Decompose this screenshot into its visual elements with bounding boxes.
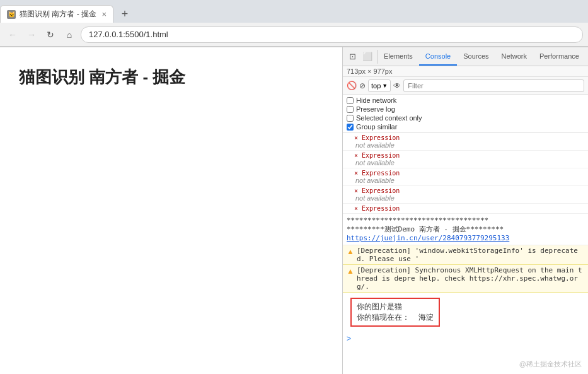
warning-text-2: [Deprecation] Synchronous XMLHttpRequest… bbox=[357, 266, 584, 291]
hide-network-label: Hide network bbox=[356, 96, 396, 104]
warning-icon-1: ▲ bbox=[347, 247, 354, 256]
console-prompt: > bbox=[343, 332, 588, 346]
expression-3: × Expression not available bbox=[343, 168, 588, 186]
page-heading: 猫图识别 南方者 - 掘金 bbox=[19, 66, 323, 88]
console-result-box: 你的图片是猫 你的猫现在在： 海淀 bbox=[350, 298, 440, 327]
hide-network-checkbox[interactable] bbox=[347, 97, 354, 104]
option-selected-context[interactable]: Selected context only bbox=[347, 114, 584, 122]
option-preserve-log[interactable]: Preserve log bbox=[347, 105, 584, 114]
back-button[interactable]: ← bbox=[5, 27, 20, 42]
expr-label-4: × Expression bbox=[354, 187, 584, 194]
juejin-link[interactable]: https://juejin.cn/user/2840793779295133 bbox=[347, 234, 509, 242]
expression-2: × Expression not available bbox=[343, 151, 588, 168]
address-input[interactable]: 127.0.0.1:5500/1.html bbox=[81, 26, 583, 43]
clear-icon[interactable]: ⊘ bbox=[359, 81, 366, 90]
eye-icon[interactable]: 👁 bbox=[393, 81, 401, 90]
watermark: @稀土掘金技术社区 bbox=[519, 359, 582, 369]
reload-button[interactable]: ↻ bbox=[43, 27, 58, 42]
main-content: 猫图识别 南方者 - 掘金 ⊡ ⬜ Elements Console Sourc… bbox=[0, 47, 588, 374]
tab-favicon: 🐱 bbox=[7, 10, 16, 19]
option-group-similar[interactable]: Group similar bbox=[347, 122, 584, 131]
tab-bar: 🐱 猫图识别 南方者 - 掘金 × + bbox=[0, 0, 588, 23]
preserve-log-checkbox[interactable] bbox=[347, 106, 354, 113]
home-button[interactable]: ⌂ bbox=[62, 27, 77, 42]
devtools-panel: ⊡ ⬜ Elements Console Sources Network Per… bbox=[342, 47, 588, 374]
tab-sources[interactable]: Sources bbox=[457, 47, 495, 66]
expr-value-3: not available bbox=[354, 177, 584, 184]
tab-close-button[interactable]: × bbox=[101, 10, 107, 18]
result-line-2: 你的猫现在在： 海淀 bbox=[357, 312, 434, 323]
warning-text-1: [Deprecation] 'window.webkitStorageInfo'… bbox=[357, 247, 584, 263]
expr-label-3: × Expression bbox=[354, 170, 584, 177]
tab-network[interactable]: Network bbox=[495, 47, 533, 66]
size-info: 713px × 977px bbox=[347, 67, 392, 75]
devtools-tab-list: Elements Console Sources Network Perform… bbox=[378, 47, 588, 66]
webpage-area: 猫图识别 南方者 - 掘金 bbox=[0, 47, 342, 374]
devtools-tab-bar: ⊡ ⬜ Elements Console Sources Network Per… bbox=[343, 47, 588, 66]
forward-button[interactable]: → bbox=[24, 27, 39, 42]
expr-label-2: × Expression bbox=[354, 152, 584, 159]
tab-console[interactable]: Console bbox=[419, 47, 457, 66]
chevron-down-icon: ▼ bbox=[382, 83, 388, 89]
preserve-log-label: Preserve log bbox=[356, 105, 395, 113]
address-bar: ← → ↻ ⌂ 127.0.0.1:5500/1.html bbox=[0, 23, 588, 47]
selected-context-checkbox[interactable] bbox=[347, 115, 354, 122]
info-line-3: https://juejin.cn/user/2840793779295133 bbox=[347, 234, 584, 242]
console-options: Hide network Preserve log Selected conte… bbox=[343, 95, 588, 133]
mobile-icon[interactable]: ⬜ bbox=[360, 50, 374, 64]
filter-input[interactable] bbox=[403, 79, 584, 92]
warning-2: ▲ [Deprecation] Synchronous XMLHttpReque… bbox=[343, 265, 588, 293]
warning-icon-2: ▲ bbox=[347, 267, 354, 276]
tab-elements[interactable]: Elements bbox=[378, 47, 419, 66]
result-container: 你的图片是猫 你的猫现在在： 海淀 bbox=[343, 293, 588, 332]
expr-value-1: not available bbox=[354, 141, 584, 149]
prompt-arrow-icon: > bbox=[347, 334, 351, 343]
info-line-2: *********测试Demo 南方者 - 掘金********* bbox=[347, 225, 584, 234]
expression-1: × Expression not available bbox=[343, 133, 588, 151]
expr-label-5: × Expression bbox=[354, 205, 584, 212]
new-tab-button[interactable]: + bbox=[116, 5, 134, 23]
group-similar-checkbox[interactable] bbox=[347, 124, 354, 131]
expr-value-2: not available bbox=[354, 159, 584, 167]
expr-label-1: × Expression bbox=[354, 134, 584, 141]
info-line-1: ********************************** bbox=[347, 216, 584, 225]
expression-5: × Expression bbox=[343, 204, 588, 214]
console-info-block: ********************************** *****… bbox=[343, 214, 588, 245]
context-select[interactable]: top ▼ bbox=[368, 79, 391, 92]
browser-chrome: 🐱 猫图识别 南方者 - 掘金 × + ← → ↻ ⌂ 127.0.0.1:55… bbox=[0, 0, 588, 47]
result-line-1: 你的图片是猫 bbox=[357, 301, 434, 312]
context-label: top bbox=[371, 82, 381, 90]
size-info-bar: 713px × 977px bbox=[343, 66, 588, 77]
expression-4: × Expression not available bbox=[343, 186, 588, 204]
devtools-icon-bar: ⊡ ⬜ bbox=[343, 50, 378, 64]
group-similar-label: Group similar bbox=[356, 123, 397, 131]
tab-memory[interactable]: Memo... bbox=[585, 47, 588, 66]
console-toolbar: 🚫 ⊘ top ▼ 👁 bbox=[343, 77, 588, 95]
address-text: 127.0.0.1:5500/1.html bbox=[89, 30, 168, 39]
tab-title: 猫图识别 南方者 - 掘金 bbox=[20, 9, 98, 20]
warning-1: ▲ [Deprecation] 'window.webkitStorageInf… bbox=[343, 245, 588, 265]
option-hide-network[interactable]: Hide network bbox=[347, 96, 584, 105]
expr-value-4: not available bbox=[354, 194, 584, 202]
ban-icon[interactable]: 🚫 bbox=[347, 81, 357, 90]
inspect-icon[interactable]: ⊡ bbox=[345, 50, 359, 64]
selected-context-label: Selected context only bbox=[356, 114, 422, 122]
console-messages: × Expression not available × Expression … bbox=[343, 133, 588, 374]
browser-tab[interactable]: 🐱 猫图识别 南方者 - 掘金 × bbox=[0, 5, 113, 23]
tab-performance[interactable]: Performance bbox=[533, 47, 585, 66]
